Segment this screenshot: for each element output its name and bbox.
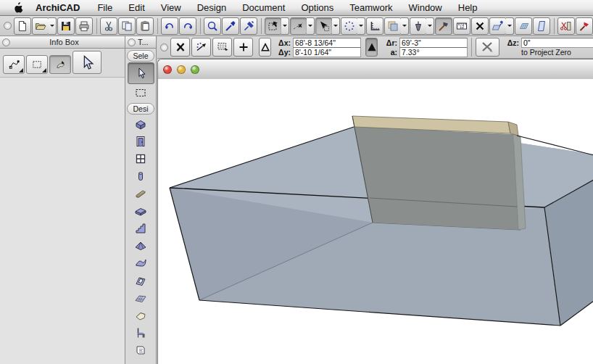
redo-icon	[181, 20, 194, 33]
save-button[interactable]	[57, 17, 75, 35]
print-button[interactable]	[75, 17, 93, 35]
toolbox-section-desi[interactable]: Desi	[127, 103, 154, 115]
info-box-titlebar[interactable]: Info Box	[0, 36, 125, 49]
dx-field[interactable]: 68'-8 13/64"	[293, 38, 361, 48]
menu-window[interactable]: Window	[401, 0, 450, 15]
menu-help[interactable]: Help	[450, 0, 486, 15]
menu-archicad[interactable]: ArchiCAD	[26, 0, 89, 15]
mesh-tool[interactable]	[128, 289, 154, 307]
suspend-groups-dropdown[interactable]	[281, 17, 289, 35]
door-tool[interactable]	[128, 133, 154, 150]
open-button[interactable]	[32, 17, 49, 35]
dz-value[interactable]: 0"	[521, 38, 593, 48]
toolbox-title: T...	[138, 38, 156, 46]
beam-tool[interactable]	[128, 185, 154, 202]
guide-lines-button[interactable]	[290, 17, 307, 35]
suspend-groups-icon	[267, 20, 280, 33]
stair-tool[interactable]	[128, 220, 154, 237]
dr-field[interactable]: 69'-3"	[399, 38, 468, 48]
gravity-dropdown[interactable]	[426, 17, 434, 35]
window-tool[interactable]	[128, 150, 154, 167]
xy-coordinate-group: Δx:68'-8 13/64" Δy:8'-10 1/64"	[259, 38, 361, 57]
info-box-close-icon[interactable]	[2, 38, 10, 46]
z-reference-button[interactable]	[476, 38, 499, 57]
paste-button[interactable]	[136, 17, 154, 35]
magic-wand-button[interactable]	[435, 17, 452, 35]
menu-file[interactable]: File	[89, 0, 120, 15]
split-button[interactable]	[557, 17, 575, 35]
toolbar-palette-handle[interactable]	[4, 22, 12, 30]
trace-reference-dropdown[interactable]	[401, 17, 409, 35]
viewport-titlebar[interactable]	[158, 59, 593, 80]
x-mark-control-button[interactable]	[170, 38, 190, 57]
cursor-snap-button[interactable]	[315, 17, 333, 35]
arrow-tool-preview-button[interactable]	[72, 51, 101, 74]
menu-options[interactable]: Options	[293, 0, 341, 15]
apple-menu[interactable]	[10, 2, 26, 14]
quick-selection-button[interactable]	[49, 55, 71, 74]
new-file-button[interactable]	[14, 17, 31, 35]
zone-tool[interactable]	[128, 307, 154, 324]
polar-delta-toggle[interactable]	[365, 38, 378, 57]
curtain-wall-tool[interactable]	[128, 359, 154, 364]
object-tool[interactable]	[128, 324, 154, 342]
adjust-button[interactable]	[576, 17, 593, 35]
menu-edit[interactable]: Edit	[120, 0, 152, 15]
undo-button[interactable]	[161, 17, 178, 35]
skylight-tool[interactable]	[128, 272, 154, 289]
menu-teamwork[interactable]: Teamwork	[341, 0, 400, 15]
marquee-method-icon	[31, 59, 43, 71]
open-dropdown[interactable]	[49, 17, 57, 35]
marquee-tool[interactable]	[128, 84, 154, 102]
viewport-canvas[interactable]	[158, 79, 593, 364]
slab-tool[interactable]	[128, 202, 154, 220]
element-transfer-button[interactable]	[489, 17, 507, 35]
close-button[interactable]	[163, 65, 172, 74]
angle-field[interactable]: 7.33°	[399, 47, 468, 57]
snap-points-dropdown[interactable]	[357, 17, 365, 35]
arrow-tool[interactable]	[128, 62, 154, 84]
selection-method-button[interactable]	[3, 55, 25, 74]
gravity-button[interactable]	[410, 17, 427, 35]
menu-view[interactable]: View	[153, 0, 189, 15]
column-tool[interactable]	[128, 167, 154, 185]
plus-options-button[interactable]	[233, 38, 253, 57]
suspend-groups-button[interactable]	[265, 17, 282, 35]
element-transfer-dropdown[interactable]	[506, 17, 514, 35]
cursor-snap-dropdown[interactable]	[332, 17, 340, 35]
copy-button[interactable]	[118, 17, 136, 35]
toolbox-close-icon[interactable]	[128, 38, 136, 46]
roof-tool[interactable]	[128, 237, 154, 255]
cut-button[interactable]	[100, 17, 117, 35]
arrow-tool-preview-icon	[79, 54, 95, 70]
snap-points-button[interactable]	[341, 17, 358, 35]
pick-up-parameters-button[interactable]	[222, 17, 239, 35]
x-mark-button[interactable]	[471, 17, 489, 35]
label-tool[interactable]	[128, 342, 154, 359]
menu-design[interactable]: Design	[189, 0, 234, 15]
relative-coordinates-button[interactable]	[191, 38, 211, 57]
guide-lines-dropdown[interactable]	[307, 17, 315, 35]
find-select-button[interactable]	[204, 17, 221, 35]
dz-label: Δz:	[503, 38, 519, 47]
toolbox-section-sele[interactable]: Sele	[127, 50, 154, 62]
zoom-button[interactable]	[191, 65, 199, 74]
trace-reference-button[interactable]	[384, 17, 402, 35]
measure-button[interactable]: 12	[453, 17, 470, 35]
shell-tool[interactable]	[128, 255, 154, 272]
minimize-button[interactable]	[177, 65, 186, 74]
marquee-method-button[interactable]	[26, 55, 48, 74]
toolbox-titlebar[interactable]: T...	[125, 36, 156, 49]
find-select-icon	[206, 20, 219, 33]
inject-parameters-button[interactable]	[240, 17, 257, 35]
slanted-grid-button[interactable]	[515, 17, 532, 35]
wall-tool[interactable]	[128, 115, 154, 133]
xy-delta-toggle[interactable]	[259, 38, 271, 57]
grid-snap-marquee-button[interactable]	[212, 38, 232, 57]
redo-button[interactable]	[179, 17, 196, 35]
dy-field[interactable]: 8'-10 1/64"	[293, 47, 361, 57]
control-box-handle[interactable]	[160, 44, 168, 51]
ruler-button[interactable]	[366, 17, 383, 35]
menu-document[interactable]: Document	[234, 0, 293, 15]
drafting-sheet-button[interactable]	[533, 17, 550, 35]
